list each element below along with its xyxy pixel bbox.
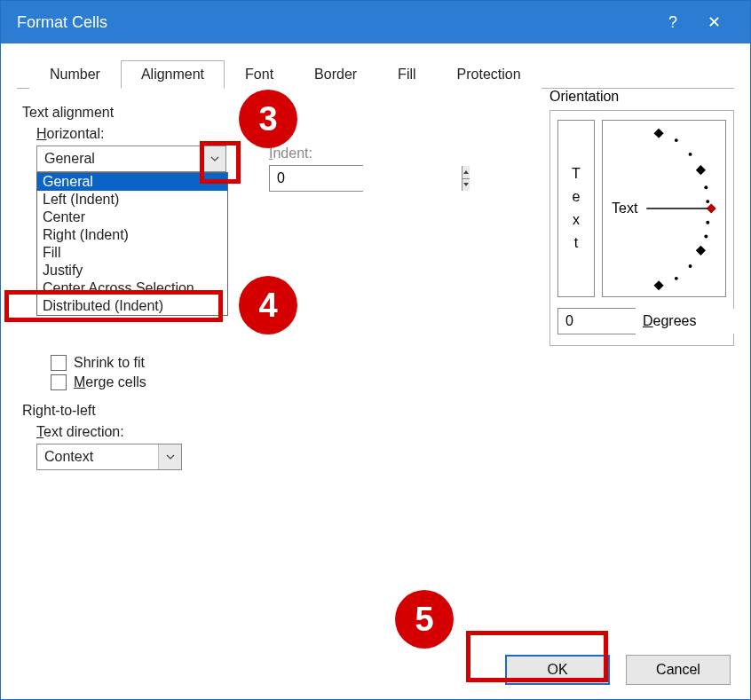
dialog-body: Number Alignment Font Border Fill Protec…: [1, 43, 750, 642]
tab-fill[interactable]: Fill: [377, 60, 436, 89]
chevron-down-icon: [462, 181, 470, 188]
horizontal-option[interactable]: General: [37, 173, 227, 191]
orientation-label: Orientation: [549, 89, 734, 105]
horizontal-option[interactable]: Center Across Selection: [37, 279, 227, 297]
tab-alignment[interactable]: Alignment: [121, 60, 225, 89]
svg-point-8: [704, 235, 708, 239]
svg-point-5: [706, 200, 709, 203]
horizontal-option[interactable]: Center: [37, 208, 227, 226]
indent-input[interactable]: [270, 166, 462, 191]
titlebar: Format Cells ? ✕: [1, 1, 750, 43]
tab-number[interactable]: Number: [29, 60, 121, 89]
close-button[interactable]: ✕: [693, 12, 734, 32]
shrink-checkbox[interactable]: [51, 355, 67, 371]
degrees-spinner[interactable]: [557, 308, 636, 334]
vtext-char: x: [573, 212, 580, 228]
tab-border[interactable]: Border: [294, 60, 377, 89]
window-title: Format Cells: [17, 13, 652, 32]
indent-spinner[interactable]: [269, 165, 363, 192]
vtext-char: e: [573, 189, 581, 205]
text-direction-value: Context: [37, 449, 158, 465]
orientation-frame: T e x t: [549, 110, 734, 346]
horizontal-combo[interactable]: General General Left (Indent) Center Rig…: [36, 146, 226, 172]
svg-point-2: [689, 153, 692, 156]
horizontal-combo-button[interactable]: [202, 146, 225, 171]
merge-checkbox[interactable]: [51, 374, 67, 390]
text-direction-combo[interactable]: Context: [36, 444, 182, 470]
svg-point-4: [704, 185, 708, 189]
indent-down-button[interactable]: [462, 179, 470, 192]
text-direction-combo-button[interactable]: [158, 444, 181, 469]
horizontal-option[interactable]: Left (Indent): [37, 191, 227, 208]
horizontal-option[interactable]: Right (Indent): [37, 226, 227, 244]
svg-rect-6: [707, 203, 716, 213]
horizontal-dropdown-list: General Left (Indent) Center Right (Inde…: [36, 172, 228, 316]
svg-point-10: [689, 264, 692, 268]
svg-rect-12: [654, 280, 664, 290]
dialog-footer: OK Cancel: [1, 641, 750, 699]
horizontal-option[interactable]: Fill: [37, 244, 227, 262]
tab-font[interactable]: Font: [225, 60, 294, 89]
shrink-label: Shrink to fit: [74, 355, 145, 371]
rtl-label: Right-to-left: [22, 403, 725, 419]
orientation-dial[interactable]: Text: [602, 120, 726, 297]
chevron-down-icon: [210, 154, 219, 163]
vtext-char: t: [574, 235, 578, 251]
indent-up-button[interactable]: [462, 166, 470, 179]
indent-block: Indent:: [269, 146, 363, 192]
svg-point-11: [675, 277, 678, 280]
horizontal-option[interactable]: Distributed (Indent): [37, 297, 227, 315]
svg-rect-0: [654, 129, 664, 138]
tab-protection[interactable]: Protection: [437, 60, 542, 89]
text-direction-label: Text direction:: [36, 424, 725, 440]
tab-strip: Number Alignment Font Border Fill Protec…: [17, 59, 734, 89]
tab-content: Text alignment Horizontal: General Gener…: [17, 89, 734, 470]
degrees-row: Degrees: [557, 308, 726, 334]
orientation-dial-label: Text: [612, 201, 637, 216]
orientation-section: Orientation T e x t: [549, 89, 734, 346]
svg-rect-9: [696, 246, 706, 256]
cancel-button[interactable]: Cancel: [626, 655, 731, 685]
svg-rect-3: [696, 165, 706, 175]
svg-point-7: [706, 221, 709, 224]
merge-label: Merge cells: [74, 374, 146, 390]
degrees-label: Degrees: [643, 313, 696, 329]
vtext-char: T: [572, 166, 581, 182]
indent-label: Indent:: [269, 146, 363, 161]
ok-button[interactable]: OK: [505, 655, 610, 685]
help-button[interactable]: ?: [652, 13, 693, 32]
svg-point-1: [675, 138, 678, 142]
chevron-down-icon: [166, 452, 175, 461]
merge-cells-row[interactable]: Merge cells: [51, 374, 725, 390]
horizontal-option[interactable]: Justify: [37, 262, 227, 279]
indent-spin-buttons: [462, 166, 470, 191]
horizontal-combo-value: General: [37, 151, 202, 167]
chevron-up-icon: [462, 169, 470, 176]
vertical-text-box[interactable]: T e x t: [557, 120, 595, 297]
shrink-to-fit-row[interactable]: Shrink to fit: [51, 355, 725, 371]
